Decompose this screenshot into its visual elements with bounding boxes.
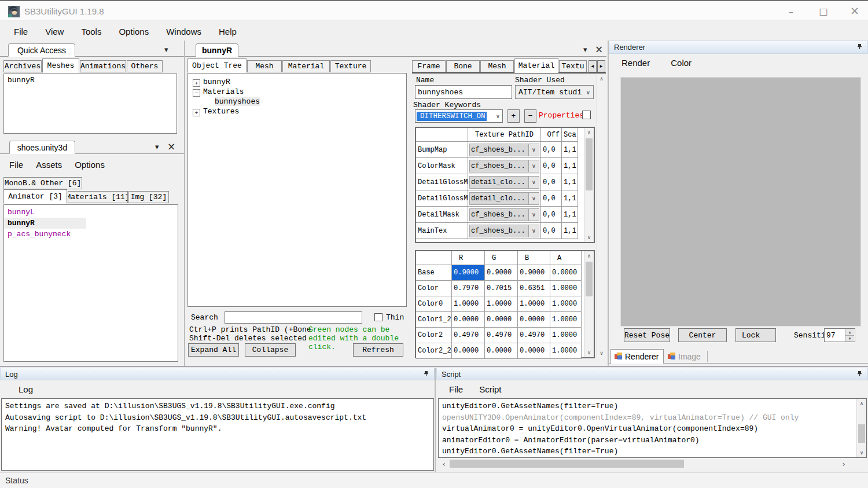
archive-tab[interactable]: shoes.unity3d <box>9 141 75 154</box>
menu-tools[interactable]: Tools <box>75 24 107 39</box>
dock-separator[interactable] <box>0 366 868 367</box>
texture-row-path[interactable]: detail_clo...∨ <box>468 190 541 207</box>
dropdown-chevron-icon[interactable]: ∨ <box>529 208 539 221</box>
expand-icon[interactable]: + <box>193 79 200 87</box>
scroll-down-icon[interactable]: ∨ <box>584 348 594 357</box>
quick-access-menu-arrow-icon[interactable]: ▾ <box>164 45 168 54</box>
color-cell[interactable]: 0.4970 <box>485 328 518 343</box>
collapse-button[interactable]: Collapse <box>245 343 296 357</box>
dropdown-chevron-icon[interactable]: ∨ <box>529 192 539 205</box>
archive-close-icon[interactable]: × <box>167 141 175 152</box>
color-cell-selected[interactable]: 0.9000 <box>452 265 485 281</box>
texture-row-path[interactable]: detail_clo...∨ <box>468 174 541 190</box>
tab-animator[interactable]: Animator [3] <box>3 189 67 204</box>
color-table-scrollbar[interactable]: ∧ ∨ <box>584 251 594 357</box>
texture-row-path[interactable]: cf_shoes_b...∨ <box>468 158 541 174</box>
color-cell[interactable]: 1.0000 <box>452 296 485 312</box>
keyword-remove-button[interactable]: − <box>524 109 536 123</box>
renderer-menu-color[interactable]: Color <box>665 56 697 70</box>
color-cell[interactable]: 0.0000 <box>485 312 518 328</box>
render-viewport[interactable] <box>620 77 861 326</box>
script-menu-script[interactable]: Script <box>473 382 507 397</box>
color-cell[interactable]: 0.0000 <box>518 343 550 359</box>
color-cell[interactable]: 0.0000 <box>550 265 582 281</box>
spin-down-icon[interactable]: ▾ <box>845 335 854 342</box>
expand-icon[interactable]: + <box>193 109 200 116</box>
splitter-log-script[interactable] <box>435 368 436 472</box>
center-button[interactable]: Center <box>678 328 727 342</box>
tab-animations[interactable]: Animations <box>80 60 126 72</box>
splitter-center-right[interactable] <box>608 41 609 366</box>
tab-scroll-left-icon[interactable]: ◄ <box>589 60 597 72</box>
tab-frame[interactable]: Frame <box>412 60 446 72</box>
texture-row-offset[interactable]: 0,0 <box>541 174 562 190</box>
tree-node-root[interactable]: +bunnyR <box>193 77 402 87</box>
color-cell[interactable]: 1.0000 <box>485 296 518 312</box>
color-cell[interactable]: 1.0000 <box>550 296 582 312</box>
texture-row-path[interactable]: cf_shoes_b...∨ <box>468 207 541 223</box>
scroll-down-icon[interactable]: ∨ <box>857 448 866 457</box>
color-cell[interactable]: 1.0000 <box>550 343 582 359</box>
pin-icon[interactable] <box>856 370 863 379</box>
color-cell[interactable]: 1.0000 <box>518 296 550 312</box>
color-cell[interactable]: 0.7015 <box>485 281 518 296</box>
scroll-left-icon[interactable]: ‹ <box>439 458 448 469</box>
script-vscrollbar[interactable]: ∧ ∨ <box>856 399 866 457</box>
dropdown-chevron-icon[interactable]: ∨ <box>529 225 539 237</box>
menu-windows[interactable]: Windows <box>160 24 207 39</box>
color-cell[interactable]: 0.0000 <box>485 343 518 359</box>
lock-button[interactable]: Lock <box>735 328 776 342</box>
scroll-down-icon[interactable]: ∨ <box>584 233 594 242</box>
color-cell[interactable]: 1.0000 <box>550 312 582 328</box>
editor-close-icon[interactable]: × <box>595 43 603 55</box>
thin-checkbox[interactable] <box>374 313 382 321</box>
texture-row-scale[interactable]: 1,1 <box>562 174 578 190</box>
collapse-icon[interactable]: − <box>193 89 200 97</box>
sensitivity-spinner[interactable]: ▴ ▾ <box>824 328 855 342</box>
texture-row-offset[interactable]: 0,0 <box>541 207 562 223</box>
tab-material-2[interactable]: Material <box>514 58 558 73</box>
dropdown-chevron-icon[interactable]: ∨ <box>529 176 539 189</box>
texture-row-path[interactable]: cf_shoes_b...∨ <box>468 142 541 158</box>
texture-row-offset[interactable]: 0,0 <box>541 190 562 207</box>
color-cell[interactable]: 0.6351 <box>518 281 550 296</box>
tab-scroll-right-icon[interactable]: ► <box>597 60 605 72</box>
keyword-add-button[interactable]: + <box>507 109 520 123</box>
color-cell[interactable]: 0.9000 <box>518 265 550 281</box>
texture-row-offset[interactable]: 0,0 <box>541 142 562 158</box>
spin-up-icon[interactable]: ▴ <box>845 329 854 335</box>
dropdown-chevron-icon[interactable]: ∨ <box>529 144 539 156</box>
texture-row-scale[interactable]: 1,1 <box>562 223 578 239</box>
expand-all-button[interactable]: Expand All <box>188 343 239 357</box>
texture-row-offset[interactable]: 0,0 <box>541 158 562 174</box>
texture-row-path[interactable]: cf_shoes_b...∨ <box>468 223 541 239</box>
color-cell[interactable]: 0.7970 <box>452 281 485 296</box>
log-output[interactable]: Settings are saved at D:\illusion\SB3UGS… <box>1 398 434 471</box>
menu-file[interactable]: File <box>8 24 34 39</box>
menu-options[interactable]: Options <box>113 24 155 39</box>
sensitivity-input[interactable] <box>825 329 848 342</box>
refresh-button[interactable]: Refresh <box>353 343 403 357</box>
texture-row-scale[interactable]: 1,1 <box>562 190 578 207</box>
tab-materials-count[interactable]: Materials [11] <box>68 191 128 203</box>
material-panel-scrollbar[interactable]: ∧ ∨ <box>597 74 606 358</box>
menu-help[interactable]: Help <box>213 24 242 39</box>
scroll-right-icon[interactable]: › <box>839 458 848 469</box>
script-hscrollbar[interactable]: ‹ › <box>438 458 867 469</box>
scroll-up-icon[interactable]: ∧ <box>584 128 594 137</box>
renderer-menu-render[interactable]: Render <box>616 56 656 70</box>
maximize-button[interactable]: □ <box>815 4 832 18</box>
color-cell[interactable]: 0.0000 <box>452 343 485 359</box>
tab-meshes[interactable]: Meshes <box>42 58 79 73</box>
scroll-up-icon[interactable]: ∧ <box>597 74 606 83</box>
editor-menu-arrow-icon[interactable]: ▾ <box>583 45 587 54</box>
search-input[interactable] <box>225 311 362 324</box>
tab-texture[interactable]: Texture <box>330 60 371 72</box>
script-menu-file[interactable]: File <box>443 382 469 397</box>
material-name-input[interactable] <box>415 85 512 99</box>
tab-texture-2[interactable]: Textu <box>559 60 587 72</box>
color-cell[interactable]: 0.4970 <box>452 328 485 343</box>
list-item-bunnyL[interactable]: bunnyL <box>4 207 178 218</box>
tab-img-count[interactable]: Img [32] <box>128 191 169 203</box>
tree-node-textures[interactable]: +Textures <box>193 107 402 116</box>
